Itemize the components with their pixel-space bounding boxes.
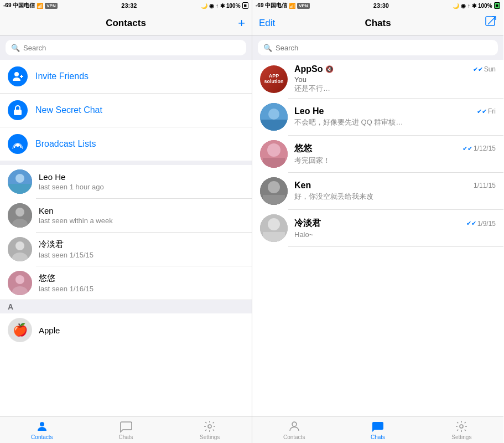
leo-he-check: ✔✔ [477, 108, 487, 115]
invite-friends-icon-bg [8, 66, 28, 86]
status-bar-right: -69 中国电信 📶 VPN 23:30 🌙 ◉ ↑ ✱ 100% ■ [252, 0, 503, 11]
chat-item-you-you-chat[interactable]: 悠悠 ✔✔ 1/12/15 考完回家！ [252, 136, 503, 172]
compose-icon [485, 16, 497, 28]
moon-icon: 🌙 [201, 3, 207, 9]
leo-he-avatar [8, 169, 32, 194]
contact-item-apple[interactable]: 🍎 Apple [0, 313, 252, 347]
chats-tab-label-right: Chats [371, 434, 385, 440]
contact-item-leng-dan-jun[interactable]: 冷淡君 last seen 1/15/15 [0, 233, 252, 266]
contact-item-you-you[interactable]: 悠悠 last seen 1/16/15 [0, 266, 252, 300]
leo-he-chat-avatar [260, 103, 288, 131]
bluetooth-icon: ✱ [220, 3, 225, 9]
contacts-tab-icon [35, 420, 49, 433]
signal-text: -69 中国电信 [3, 2, 35, 9]
leng-dan-jun-preview: Halo~ [294, 230, 496, 239]
bluetooth-icon-right: ✱ [472, 3, 476, 9]
svg-rect-8 [8, 184, 32, 194]
leng-dan-jun-avatar-img [8, 237, 32, 261]
chat-item-appso[interactable]: APP solution AppSo 🔇 ✔✔ Sun You [252, 60, 503, 98]
chats-search-input[interactable] [276, 44, 492, 52]
leng-dan-jun-info: 冷淡君 last seen 1/15/15 [39, 239, 244, 259]
you-you-chat-info: 悠悠 ✔✔ 1/12/15 考完回家！ [294, 143, 496, 166]
tab-settings-left[interactable]: Settings [168, 420, 252, 440]
ken-chat-avatar-img [260, 177, 288, 205]
vpn-badge: VPN [45, 3, 57, 9]
leo-he-top: Leo He ✔✔ Fri [294, 106, 496, 116]
you-you-name: 悠悠 [39, 273, 244, 284]
leng-dan-jun-time: ✔✔ 1/9/15 [466, 220, 496, 228]
broadcast-lists-label: Broadcast Lists [35, 139, 96, 149]
settings-tab-icon-right [455, 420, 468, 433]
svg-point-35 [460, 425, 463, 428]
appso-check: ✔✔ [473, 66, 483, 73]
leng-dan-jun-chat-info: 冷淡君 ✔✔ 1/9/15 Halo~ [294, 218, 496, 239]
svg-point-26 [267, 143, 280, 157]
contacts-screen: -69 中国电信 📶 VPN 23:32 🌙 ◉ ↑ ✱ 100% ■ Cont… [0, 0, 252, 443]
svg-point-29 [268, 181, 280, 193]
tab-chats-left[interactable]: Chats [84, 420, 168, 440]
search-icon-right: 🔍 [263, 44, 272, 52]
ken-name: Ken [39, 206, 244, 215]
tab-contacts-right[interactable]: Contacts [252, 420, 336, 440]
chats-search-container: 🔍 [252, 35, 503, 60]
you-you-preview: 考完回家！ [294, 156, 496, 166]
tab-chats-right[interactable]: Chats [336, 420, 419, 440]
apple-avatar: 🍎 [8, 318, 32, 342]
appso-time: ✔✔ Sun [473, 65, 496, 73]
contact-item-leo-he[interactable]: Leo He last seen 1 hour ago [0, 165, 252, 198]
chat-item-leo-he[interactable]: Leo He ✔✔ Fri 不会吧，好像要先进 QQ 群审核… [252, 99, 503, 135]
edit-button[interactable]: Edit [259, 18, 275, 29]
leo-he-avatar-img [8, 169, 32, 194]
broadcast-lists-item[interactable]: Broadcast Lists [0, 127, 252, 161]
leo-he-name: Leo He [39, 172, 244, 182]
tab-contacts-left[interactable]: Contacts [0, 420, 84, 440]
compose-button[interactable] [485, 16, 497, 30]
contacts-tab-label-right: Contacts [283, 434, 305, 440]
settings-tab-icon-left [203, 420, 216, 433]
svg-point-34 [292, 422, 297, 426]
chat-item-leng-dan-jun-chat[interactable]: 冷淡君 ✔✔ 1/9/15 Halo~ [252, 210, 503, 246]
status-left: -69 中国电信 📶 VPN [3, 2, 58, 9]
settings-tab-label-right: Settings [451, 434, 471, 440]
search-icon-left: 🔍 [11, 44, 20, 52]
tab-settings-right[interactable]: Settings [420, 420, 503, 440]
svg-point-16 [15, 275, 24, 284]
contact-item-ken[interactable]: Ken last seen within a week [0, 199, 252, 232]
appso-top: AppSo 🔇 ✔✔ Sun [294, 64, 496, 74]
contacts-title: Contacts [106, 18, 146, 29]
you-you-time: ✔✔ 1/12/15 [463, 145, 496, 152]
leng-dan-jun-check: ✔✔ [466, 220, 476, 227]
location-icon: ◉ [209, 3, 214, 9]
new-secret-chat-item[interactable]: New Secret Chat [0, 94, 252, 127]
svg-point-13 [15, 241, 24, 250]
leo-he-time: ✔✔ Fri [477, 107, 496, 115]
contacts-list: Invite Friends New Secret Chat Broadc [0, 60, 252, 416]
settings-tab-label-left: Settings [200, 434, 220, 440]
add-contact-button[interactable]: + [238, 16, 245, 30]
appso-avatar: APP solution [260, 65, 288, 93]
ken-chat-info: Ken 1/11/15 好，你没空就丢给我来改 [294, 181, 496, 202]
you-you-top: 悠悠 ✔✔ 1/12/15 [294, 143, 496, 154]
apple-name: Apple [39, 326, 244, 335]
battery-icon-right: ■ [494, 2, 500, 9]
leo-he-status: last seen 1 hour ago [39, 183, 244, 191]
appso-info: AppSo 🔇 ✔✔ Sun You 还是不行… [294, 64, 496, 94]
leo-he-chat-name: Leo He [294, 106, 324, 116]
invite-friends-label: Invite Friends [35, 71, 89, 81]
contacts-search-container: 🔍 [0, 35, 252, 60]
invite-friends-item[interactable]: Invite Friends [0, 60, 252, 93]
ken-avatar [8, 203, 32, 228]
contacts-search-bar: 🔍 [6, 40, 246, 55]
new-secret-chat-label: New Secret Chat [35, 105, 102, 115]
wifi-icon-right: 📶 [289, 3, 295, 9]
leng-dan-jun-avatar [8, 237, 32, 261]
ken-preview: 好，你没空就丢给我来改 [294, 192, 496, 202]
ken-time: 1/11/15 [474, 182, 496, 189]
ken-top: Ken 1/11/15 [294, 181, 496, 190]
new-secret-chat-icon-bg [8, 100, 28, 120]
chat-item-ken-chat[interactable]: Ken 1/11/15 好，你没空就丢给我来改 [252, 173, 503, 209]
you-you-chat-name: 悠悠 [294, 143, 312, 154]
contacts-search-input[interactable] [23, 44, 241, 52]
svg-point-24 [268, 109, 279, 120]
svg-rect-3 [14, 110, 22, 115]
